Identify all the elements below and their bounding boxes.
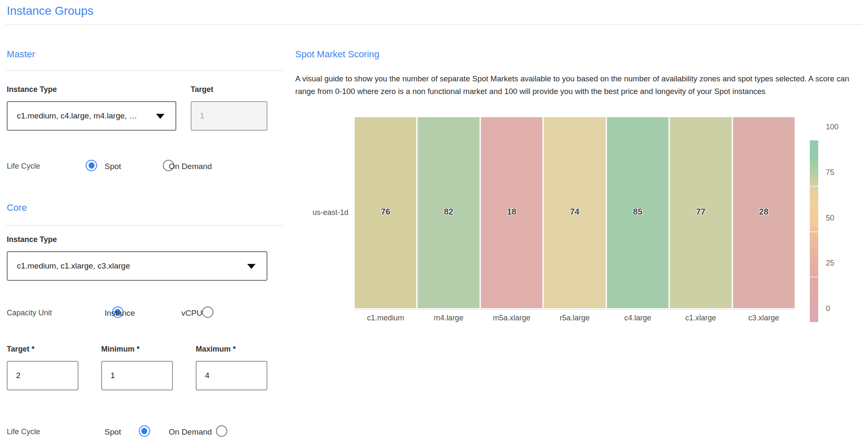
heatmap-x-label: c4.large xyxy=(607,314,669,322)
colorbar-separator xyxy=(810,231,818,232)
core-life-cycle-radio-spot[interactable] xyxy=(139,425,150,437)
title-divider xyxy=(6,24,862,25)
master-instance-type-value: c1.medium, c4.large, m4.large, … xyxy=(8,111,137,121)
master-life-cycle-on-demand-label[interactable]: On Demand xyxy=(169,162,212,171)
core-minimum-value: 1 xyxy=(102,371,115,380)
spot-market-description: A visual guide to show you the number of… xyxy=(295,73,860,98)
instance-groups-page: Instance Groups Master Instance Type c1.… xyxy=(0,0,868,446)
heatmap-axis-line xyxy=(355,309,795,310)
heatmap-grid: 76821874857728 xyxy=(355,117,795,308)
heatmap-x-label: c3.xlarge xyxy=(733,314,795,322)
core-capacity-instance-label[interactable]: Instance xyxy=(105,309,135,318)
core-minimum-input[interactable]: 1 xyxy=(101,361,173,390)
caret-down-icon xyxy=(247,264,256,269)
core-section-heading: Core xyxy=(7,202,27,213)
colorbar-ticks: 1007550250 xyxy=(826,127,851,309)
heatmap-cell-value: 76 xyxy=(355,207,416,217)
core-life-cycle-radio-on-demand[interactable] xyxy=(216,425,227,437)
heatmap-cell-value: 82 xyxy=(418,207,479,217)
heatmap-cell: 74 xyxy=(544,117,605,308)
colorbar-tick-label: 50 xyxy=(826,214,834,223)
heatmap-x-labels: c1.mediumm4.largem5a.xlarger5a.largec4.l… xyxy=(355,314,795,322)
heatmap-cell-value: 18 xyxy=(481,207,542,217)
caret-down-icon xyxy=(156,114,164,119)
colorbar-separator xyxy=(810,277,818,277)
core-target-label: Target * xyxy=(7,345,35,354)
heatmap-cell-value: 77 xyxy=(670,207,731,217)
colorbar-tick-label: 75 xyxy=(826,168,834,177)
page-title: Instance Groups xyxy=(7,4,93,18)
heatmap-cell: 28 xyxy=(733,117,795,308)
heatmap-x-label: m5a.xlarge xyxy=(481,314,542,322)
master-target-input[interactable]: 1 xyxy=(191,101,267,131)
master-target-placeholder: 1 xyxy=(191,111,205,121)
heatmap-cell-value: 85 xyxy=(607,207,669,217)
heatmap-cell: 76 xyxy=(355,117,416,308)
core-instance-type-value: c1.medium, c1.xlarge, c3.xlarge xyxy=(8,261,130,271)
colorbar-legend xyxy=(810,140,818,322)
colorbar-separator xyxy=(810,186,818,187)
core-capacity-vcpu-label[interactable]: vCPU xyxy=(181,309,202,318)
core-target-value: 2 xyxy=(8,371,21,380)
core-instance-type-select[interactable]: c1.medium, c1.xlarge, c3.xlarge xyxy=(7,251,267,281)
core-capacity-unit-label: Capacity Unit xyxy=(7,309,52,317)
core-instance-type-label: Instance Type xyxy=(7,235,57,244)
heatmap-cell-value: 28 xyxy=(733,207,795,217)
heatmap-x-label: c1.medium xyxy=(355,314,416,322)
heatmap-cell: 82 xyxy=(418,117,479,308)
core-minimum-label: Minimum * xyxy=(101,345,140,354)
heatmap-cell-value: 74 xyxy=(544,207,605,217)
core-life-cycle-on-demand-label[interactable]: On Demand xyxy=(169,427,212,437)
core-target-input[interactable]: 2 xyxy=(7,361,78,390)
heatmap-x-label: c1.xlarge xyxy=(670,314,731,322)
heatmap-row-label: us-east-1d xyxy=(291,208,348,217)
colorbar-tick-label: 100 xyxy=(826,123,838,132)
core-life-cycle-spot-label[interactable]: Spot xyxy=(105,427,121,437)
colorbar-tick-label: 25 xyxy=(826,259,834,268)
master-life-cycle-spot-label[interactable]: Spot xyxy=(105,162,121,171)
core-divider xyxy=(6,225,283,226)
master-target-label: Target xyxy=(191,85,213,94)
core-life-cycle-label: Life Cycle xyxy=(7,427,40,436)
master-instance-type-label: Instance Type xyxy=(7,85,57,94)
master-instance-type-select[interactable]: c1.medium, c4.large, m4.large, … xyxy=(7,101,176,131)
heatmap-cell: 85 xyxy=(607,117,669,308)
core-maximum-label: Maximum * xyxy=(196,345,236,354)
heatmap-cell: 18 xyxy=(481,117,542,308)
heatmap-x-label: r5a.large xyxy=(544,314,605,322)
heatmap-cell: 77 xyxy=(670,117,731,308)
heatmap-x-label: m4.large xyxy=(418,314,479,322)
master-life-cycle-label: Life Cycle xyxy=(7,162,40,171)
colorbar-tick-label: 0 xyxy=(826,304,830,313)
core-capacity-radio-vcpu[interactable] xyxy=(202,306,213,318)
core-maximum-value: 4 xyxy=(197,371,210,380)
spot-market-scoring-heading: Spot Market Scoring xyxy=(295,49,379,60)
master-life-cycle-radio-spot[interactable] xyxy=(86,160,97,171)
core-maximum-input[interactable]: 4 xyxy=(196,361,267,390)
master-divider xyxy=(6,70,283,71)
master-section-heading: Master xyxy=(7,49,35,60)
